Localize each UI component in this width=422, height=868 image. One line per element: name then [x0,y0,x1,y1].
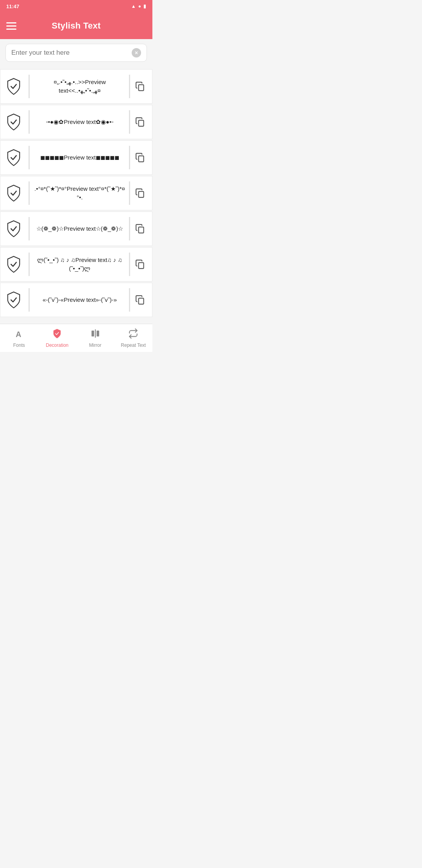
divider-left-5 [29,253,30,276]
nav-item-mirror[interactable]: Mirror [76,324,114,352]
app-title: Stylish Text [20,21,132,31]
item-text-2: ◼◼◼◼◼Preview text◼◼◼◼◼ [34,153,126,162]
item-text-6: «-(˜v˜)-«Preview text»-(˜v˜)-» [34,296,126,305]
nav-item-fonts[interactable]: A Fonts [0,324,38,352]
svg-rect-10 [97,330,99,336]
item-text-3: .•°¤*(˜★˜)*¤°Preview text°¤*(˜★˜)*¤°•. [34,185,126,202]
wifi-icon: ▲ [131,4,136,9]
svg-rect-0 [139,85,144,91]
copy-button-2[interactable] [133,151,147,165]
divider-left-0 [29,75,30,98]
shield-icon-0 [5,78,22,95]
list-item: ☆(❁_❁)☆Preview text☆(❁_❁)☆ [0,212,152,246]
nav-item-repeat[interactable]: Repeat Text [114,324,153,352]
bottom-nav: A Fonts Decoration Mirror Repea [0,324,152,352]
decoration-nav-label: Decoration [46,343,68,348]
item-text-1: ◦•●◉✿Preview text✿◉●•◦ [34,118,126,127]
clear-button[interactable]: × [132,48,141,57]
search-input[interactable] [11,49,132,57]
shield-icon-3 [5,185,22,202]
shield-icon-1 [5,113,22,131]
list-item: ◦•●◉✿Preview text✿◉●•◦ [0,105,152,139]
divider-right-0 [129,75,130,98]
mirror-nav-icon [90,328,100,341]
svg-rect-8 [95,329,96,338]
nav-item-decoration[interactable]: Decoration [38,324,77,352]
divider-right-3 [129,181,130,205]
svg-rect-2 [139,156,144,162]
copy-button-1[interactable] [133,115,147,129]
divider-left-6 [29,288,30,312]
divider-left-3 [29,181,30,205]
divider-left-1 [29,110,30,134]
svg-rect-3 [139,192,144,197]
repeat-nav-icon [128,328,138,341]
copy-button-4[interactable] [133,222,147,236]
shield-icon-6 [5,291,22,308]
list-item: ◼◼◼◼◼Preview text◼◼◼◼◼ [0,140,152,175]
item-text-4: ☆(❁_❁)☆Preview text☆(❁_❁)☆ [34,224,126,233]
svg-text:A: A [16,330,21,338]
list-item: ლ(˜•_•˜) ♫ ♪ ♫Preview text♫ ♪ ♫ (˜•_•˜)ლ [0,247,152,282]
repeat-nav-label: Repeat Text [121,343,146,348]
list-item: «-(˜v˜)-«Preview text»-(˜v˜)-» [0,283,152,317]
list-item: .•°¤*(˜★˜)*¤°Preview text°¤*(˜★˜)*¤°•. [0,176,152,210]
divider-left-2 [29,146,30,169]
svg-rect-6 [139,298,144,304]
divider-right-6 [129,288,130,312]
divider-left-4 [29,217,30,240]
menu-button[interactable] [6,19,20,33]
divider-right-2 [129,146,130,169]
fonts-nav-icon: A [14,328,24,341]
header: Stylish Text [0,13,152,39]
divider-right-4 [129,217,130,240]
divider-right-5 [129,253,130,276]
copy-button-0[interactable] [133,79,147,93]
svg-rect-4 [139,227,144,233]
battery-icon: ▮ [143,4,146,9]
copy-button-5[interactable] [133,257,147,271]
fonts-nav-label: Fonts [13,343,25,348]
decoration-nav-icon [52,328,62,341]
svg-rect-5 [139,263,144,269]
svg-rect-9 [91,330,94,336]
shield-icon-2 [5,149,22,166]
status-time: 11:47 [6,4,19,9]
mirror-nav-label: Mirror [89,343,101,348]
decoration-list: ¤„.•˜•„ﻬ.•..>>Preview text<<..•ﻬ„.•˜•„ﻬ¤… [0,66,152,324]
copy-button-6[interactable] [133,293,147,307]
status-bar: 11:47 ▲ ● ▮ [0,0,152,13]
shield-icon-4 [5,220,22,237]
signal-icon: ● [138,4,141,9]
search-bar: × [5,44,147,62]
item-text-0: ¤„.•˜•„ﻬ.•..>>Preview text<<..•ﻬ„.•˜•„ﻬ¤ [34,78,126,95]
item-text-5: ლ(˜•_•˜) ♫ ♪ ♫Preview text♫ ♪ ♫ (˜•_•˜)ლ [34,256,126,273]
divider-right-1 [129,110,130,134]
svg-rect-1 [139,120,144,126]
status-icons: ▲ ● ▮ [131,4,146,9]
copy-button-3[interactable] [133,186,147,200]
list-item: ¤„.•˜•„ﻬ.•..>>Preview text<<..•ﻬ„.•˜•„ﻬ¤ [0,69,152,104]
shield-icon-5 [5,256,22,273]
